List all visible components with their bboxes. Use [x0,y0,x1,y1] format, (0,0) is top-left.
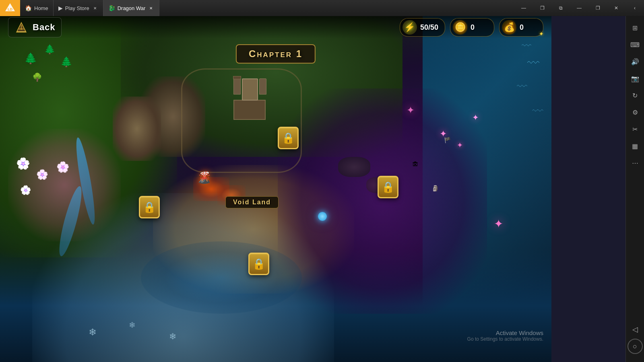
wave-2: 〰 [517,80,527,93]
sidebar-more-button[interactable]: ⋯ [627,155,643,171]
tab-playstore[interactable]: ▶ Play Store ✕ [54,0,103,16]
dark-building-1: 🏚 [412,161,419,168]
pink-crystal-2: ✦ [457,141,463,150]
lock-right-icon: 🔒 [378,176,398,198]
back-arrow-icon [14,20,29,35]
coin-icon: 🪙 [453,20,467,35]
dark-building-2: 🗿 [432,185,439,191]
lock-left[interactable]: 🔒 [139,196,160,218]
playstore-icon: ▶ [58,5,63,11]
home-icon: 🏠 [25,5,32,11]
energy-badge[interactable]: ⚡ 50/50 [400,18,445,37]
lock-bottom-icon: 🔒 [248,253,269,275]
titlebar: LD 🏠 Home ▶ Play Store ✕ 🐉 Dragon War ✕ … [0,0,644,16]
lock-left-icon: 🔒 [139,196,160,218]
game-area: ✦ ✦ ✦ ✦ ✦ 🏚 🗿 🏴 🌋 🌲 🌲 🌲 � [0,16,551,362]
ice-crystal-3: ❄ [169,331,176,342]
tab-dragonwar-close[interactable]: ✕ [148,5,154,11]
sidebar-rotate-button[interactable]: ↻ [627,88,643,103]
svg-text:LD: LD [8,7,12,11]
wave-3: 〰 [532,105,543,118]
top-resources: ⚡ 50/50 🪙 0 💰 0 [400,18,543,37]
energy-icon: ⚡ [402,20,417,35]
ice-crystal-1: ❄ [89,327,97,338]
restore-button[interactable]: ❐ [533,0,551,16]
fortress-walls [181,68,302,173]
tab-dragonwar[interactable]: 🐉 Dragon War ✕ [103,0,160,16]
tree-2: 🌲 [44,44,55,55]
gem-sparkle: ✦ [539,31,544,37]
tab-home[interactable]: 🏠 Home [20,0,54,16]
lock-right[interactable]: 🔒 [378,176,398,198]
cherry-tree-4: 🌸 [20,185,31,195]
dark-building-3: 🏴 [444,137,451,143]
pink-crystal-4: ✦ [407,105,415,116]
tree-1: 🌲 [24,52,37,65]
arrow-back-button[interactable]: ‹ [625,0,644,16]
tab-playstore-label: Play Store [65,5,89,11]
cherry-tree-1: 🌸 [16,157,30,170]
wave-1: 〰 [527,56,539,70]
pink-crystal-3: ✦ [472,113,479,122]
window-controls: — ❐ ⧉ — ❐ ✕ ‹ [514,0,644,16]
sidebar-display-button[interactable]: ▦ [627,138,643,154]
tree-3: 🌲 [60,56,72,68]
right-sidebar: ⊞ ⌨ 🔊 📷 ↻ ⚙ ✂ ▦ ⋯ ◁ ○ [625,0,644,362]
volcano-fire: 🌋 [197,171,211,184]
wave-4: 〰 [522,40,531,51]
sidebar-gamecenter-button[interactable]: ⊞ [627,20,643,35]
map-background: ✦ ✦ ✦ ✦ ✦ 🏚 🗿 🏴 🌋 🌲 🌲 🌲 � [0,16,551,362]
gems-value: 0 [520,23,524,32]
water-pool [141,241,302,314]
dark-rock-1 [338,157,370,177]
sidebar-settings-button[interactable]: ⚙ [627,105,643,120]
minimize-button[interactable]: — [514,0,533,16]
lava-glow-2 [217,185,246,205]
blue-orb [318,212,327,221]
sidebar-arrow-button[interactable]: ◁ [627,322,643,337]
tab-dragonwar-label: Dragon War [118,5,146,11]
minimize2-button[interactable]: — [570,0,588,16]
coins-value: 0 [471,23,475,32]
tab-home-label: Home [34,5,48,11]
gems-badge[interactable]: 💰 0 ✦ [499,18,543,37]
ldplayer-logo[interactable]: LD [0,0,20,16]
cherry-tree-3: 🌸 [56,161,69,173]
snap-button[interactable]: ⧉ [551,0,570,16]
dragonwar-icon: 🐉 [108,5,115,11]
sidebar-cut-button[interactable]: ✂ [627,121,643,137]
sidebar-screenshot-button[interactable]: 📷 [627,71,643,86]
lock-center[interactable]: 🔒 [278,127,299,149]
game-topbar: Back ⚡ 50/50 🪙 0 [0,16,551,39]
cherry-tree-2: 🌸 [36,169,48,180]
lock-bottom[interactable]: 🔒 [248,253,269,275]
tree-4: 🌳 [32,72,42,82]
close-button[interactable]: ✕ [607,0,625,16]
lock-center-icon: 🔒 [278,127,299,149]
back-button[interactable]: Back [8,17,62,37]
back-label: Back [33,22,56,33]
gem-icon: 💰 [502,20,516,35]
pink-crystal-large: ✦ [494,217,503,230]
mountain-left [113,97,161,161]
sidebar-keyboard-button[interactable]: ⌨ [627,37,643,52]
restore2-button[interactable]: ❐ [588,0,607,16]
tab-playstore-close[interactable]: ✕ [92,5,98,11]
coins-badge[interactable]: 🪙 0 [450,18,494,37]
energy-value: 50/50 [420,23,438,32]
sidebar-volume-button[interactable]: 🔊 [627,54,643,69]
ice-crystal-2: ❄ [129,320,136,330]
sidebar-circle-button[interactable]: ○ [627,339,643,354]
